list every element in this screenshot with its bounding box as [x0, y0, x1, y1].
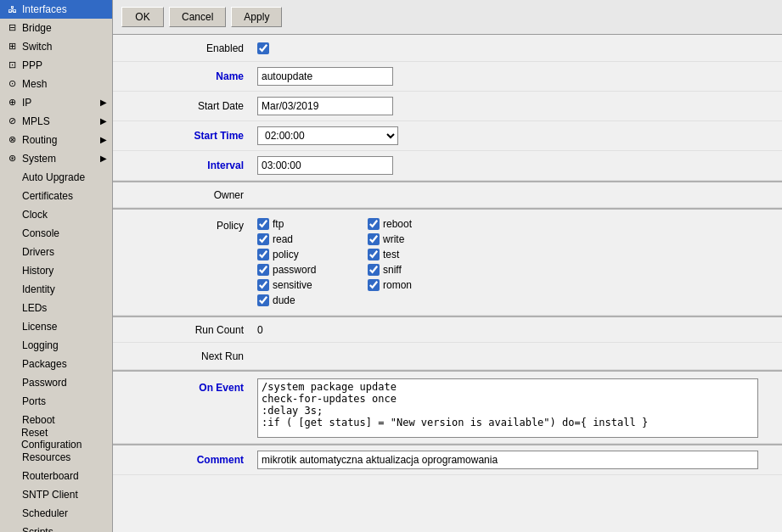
sidebar-item-reset-config[interactable]: Reset Configuration	[0, 429, 112, 448]
sidebar-label-ppp: PPP	[22, 59, 42, 71]
policy-checkbox-sniff[interactable]	[368, 264, 380, 276]
policy-label-write: write	[383, 233, 404, 245]
mpls-icon: ⊘	[5, 115, 19, 128]
sidebar-label-ports: Ports	[22, 395, 46, 407]
sidebar-label-ip: IP	[22, 97, 31, 109]
comment-row: Comment	[113, 444, 782, 475]
policy-checkbox-write[interactable]	[368, 233, 380, 245]
policy-checkbox-test[interactable]	[368, 249, 380, 260]
sidebar-item-mesh[interactable]: ⊙Mesh	[0, 75, 112, 93]
on-event-textarea[interactable]	[257, 378, 758, 438]
sidebar-label-switch: Switch	[22, 41, 52, 53]
sidebar-item-license[interactable]: License	[0, 317, 112, 336]
sidebar-item-resources[interactable]: Resources	[0, 448, 112, 467]
form-area: Enabled Name Start Date Start Time 02:00…	[113, 35, 782, 475]
sidebar-item-ip[interactable]: ⊕IP▶	[0, 93, 112, 112]
enabled-label: Enabled	[121, 42, 257, 54]
sidebar-item-identity[interactable]: Identity	[0, 280, 112, 299]
cancel-button[interactable]: Cancel	[169, 7, 226, 27]
name-row: Name	[113, 62, 782, 92]
sidebar-item-sntp-client[interactable]: SNTP Client	[0, 485, 112, 504]
sidebar-item-scheduler[interactable]: Scheduler	[0, 504, 112, 523]
sidebar-item-history[interactable]: History	[0, 261, 112, 280]
policy-grid: ftprebootreadwritepolicytestpasswordsnif…	[257, 218, 470, 306]
enabled-row: Enabled	[113, 35, 782, 62]
main-content: OK Cancel Apply Enabled Name Start Date …	[113, 0, 782, 532]
ppp-icon: ⊡	[5, 59, 19, 72]
system-icon: ⊛	[5, 152, 19, 165]
ip-icon: ⊕	[5, 96, 19, 109]
sidebar-item-drivers[interactable]: Drivers	[0, 243, 112, 261]
next-run-label: Next Run	[121, 350, 257, 362]
sidebar-label-identity: Identity	[22, 283, 55, 295]
ok-button[interactable]: OK	[121, 7, 164, 27]
sidebar-item-logging[interactable]: Logging	[0, 336, 112, 355]
policy-item-reboot: reboot	[368, 218, 470, 230]
sidebar-item-routing[interactable]: ⊗Routing▶	[0, 131, 112, 149]
sidebar-item-routerboard[interactable]: Routerboard	[0, 467, 112, 485]
sidebar-label-scheduler: Scheduler	[22, 507, 68, 519]
sidebar-item-password[interactable]: Password	[0, 373, 112, 392]
sidebar-label-logging: Logging	[22, 339, 59, 351]
next-run-row: Next Run	[113, 343, 782, 370]
interval-input[interactable]	[257, 156, 393, 175]
policy-checkbox-sensitive[interactable]	[257, 279, 269, 291]
sidebar-item-packages[interactable]: Packages	[0, 355, 112, 373]
sidebar-item-interfaces[interactable]: 🖧Interfaces	[0, 0, 112, 19]
sidebar-item-system[interactable]: ⊛System▶	[0, 149, 112, 168]
sidebar-item-bridge[interactable]: ⊟Bridge	[0, 19, 112, 37]
sidebar-item-auto-upgrade[interactable]: Auto Upgrade	[0, 168, 112, 187]
sidebar-label-reboot: Reboot	[22, 414, 55, 426]
start-time-select[interactable]: 02:00:00	[257, 126, 398, 145]
sidebar-label-clock: Clock	[22, 209, 48, 221]
apply-button[interactable]: Apply	[231, 7, 282, 27]
sidebar-label-packages: Packages	[22, 358, 67, 370]
policy-label-password: password	[273, 264, 316, 276]
on-event-row: On Event	[113, 370, 782, 444]
sidebar-label-system: System	[22, 153, 56, 165]
policy-label-reboot: reboot	[383, 218, 412, 230]
system-arrow-icon: ▶	[100, 154, 107, 163]
policy-checkbox-reboot[interactable]	[368, 218, 380, 230]
policy-checkbox-policy[interactable]	[257, 249, 269, 260]
policy-label-policy: policy	[273, 249, 299, 260]
sidebar-item-clock[interactable]: Clock	[0, 205, 112, 224]
policy-item-test: test	[368, 249, 470, 260]
policy-label-read: read	[273, 233, 293, 245]
sidebar-item-certificates[interactable]: Certificates	[0, 187, 112, 205]
policy-label-test: test	[383, 249, 399, 260]
start-date-input[interactable]	[257, 97, 393, 115]
sidebar-item-scripts[interactable]: Scripts	[0, 523, 112, 532]
sidebar-item-switch[interactable]: ⊞Switch	[0, 37, 112, 56]
policy-checkbox-password[interactable]	[257, 264, 269, 276]
policy-item-romon: romon	[368, 279, 470, 291]
enabled-checkbox[interactable]	[257, 42, 269, 54]
policy-checkbox-dude[interactable]	[257, 294, 269, 306]
policy-checkbox-ftp[interactable]	[257, 218, 269, 230]
ip-arrow-icon: ▶	[100, 98, 107, 107]
sidebar-item-console[interactable]: Console	[0, 224, 112, 243]
switch-icon: ⊞	[5, 40, 19, 53]
sidebar-label-auto-upgrade: Auto Upgrade	[22, 171, 85, 183]
sidebar-item-mpls[interactable]: ⊘MPLS▶	[0, 112, 112, 131]
policy-item-ftp: ftp	[257, 218, 359, 230]
sidebar-item-ppp[interactable]: ⊡PPP	[0, 56, 112, 75]
policy-item-password: password	[257, 264, 359, 276]
comment-input[interactable]	[257, 451, 758, 469]
sidebar-item-ports[interactable]: Ports	[0, 392, 112, 411]
sidebar-label-console: Console	[22, 227, 59, 239]
sidebar-label-drivers: Drivers	[22, 246, 54, 258]
sidebar-label-license: License	[22, 321, 57, 333]
policy-item-policy: policy	[257, 249, 359, 260]
mpls-arrow-icon: ▶	[100, 116, 107, 126]
policy-checkbox-romon[interactable]	[368, 279, 380, 291]
name-input[interactable]	[257, 67, 393, 86]
sidebar-label-resources: Resources	[22, 451, 70, 463]
sidebar-item-leds[interactable]: LEDs	[0, 299, 112, 317]
run-count-value: 0	[257, 324, 263, 336]
policy-checkbox-read[interactable]	[257, 233, 269, 245]
owner-label: Owner	[121, 189, 257, 201]
sidebar-label-leds: LEDs	[22, 302, 47, 314]
routing-arrow-icon: ▶	[100, 135, 107, 144]
policy-label-sensitive: sensitive	[273, 279, 312, 291]
